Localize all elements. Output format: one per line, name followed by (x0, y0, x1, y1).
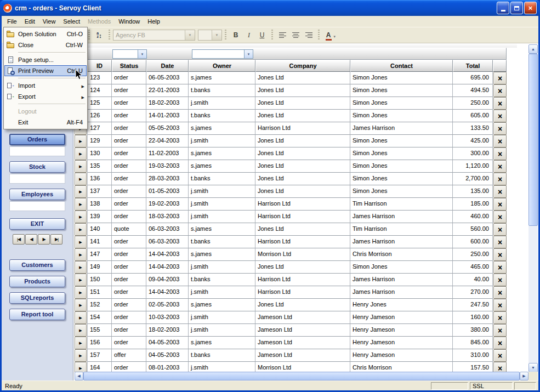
row-select-button[interactable] (75, 147, 87, 160)
font-size-select[interactable] (198, 30, 222, 41)
column-header-date[interactable]: Date (146, 60, 189, 72)
font-size-dropdown-arrow-icon[interactable] (212, 30, 221, 40)
align-center-button[interactable] (289, 29, 302, 41)
row-delete-button[interactable] (493, 286, 507, 299)
menubar-item-select[interactable]: Select (59, 16, 84, 26)
sort-button[interactable] (93, 29, 106, 41)
row-delete-button[interactable] (493, 337, 507, 349)
align-left-button[interactable] (276, 29, 289, 41)
scroll-down-button[interactable] (528, 363, 538, 372)
row-delete-button[interactable] (493, 274, 507, 286)
file-menu-item-export[interactable]: Export (4, 91, 87, 102)
row-select-button[interactable] (75, 185, 87, 198)
font-family-dropdown-arrow-icon[interactable] (185, 30, 195, 40)
underline-button[interactable]: U (255, 29, 269, 41)
row-select-button[interactable] (75, 337, 87, 349)
first-record-button[interactable] (13, 234, 25, 245)
row-delete-button[interactable] (493, 324, 507, 337)
owner-filter-select[interactable] (192, 49, 253, 59)
horizontal-scrollbar[interactable] (75, 372, 528, 380)
file-menu-item-import[interactable]: Import (4, 80, 87, 91)
close-button[interactable] (524, 2, 537, 14)
row-select-button[interactable] (75, 135, 87, 147)
bold-button[interactable]: B (229, 29, 242, 41)
column-header-owner[interactable]: Owner (189, 60, 255, 72)
row-delete-button[interactable] (493, 349, 507, 362)
menubar-item-help[interactable]: Help (144, 16, 164, 26)
file-menu-item-open-solution[interactable]: Open SolutionCtrl-O (4, 29, 87, 39)
row-select-button[interactable] (75, 160, 87, 173)
row-delete-button[interactable] (493, 261, 507, 274)
file-menu-item-print-preview[interactable]: Print PreviewCtrl-U (4, 65, 87, 76)
row-select-button[interactable] (75, 173, 87, 185)
column-header-id[interactable]: ID (87, 60, 112, 72)
row-select-button[interactable] (75, 324, 87, 337)
vertical-scroll-thumb[interactable] (528, 54, 538, 226)
file-menu-item-logout[interactable]: Logout (4, 106, 87, 117)
sidebar-field-stock[interactable] (9, 174, 65, 184)
font-family-select[interactable]: Agency FB (113, 30, 195, 41)
row-select-button[interactable] (75, 311, 87, 324)
row-delete-button[interactable] (493, 122, 507, 135)
vertical-scrollbar[interactable] (528, 44, 538, 372)
row-delete-button[interactable] (493, 135, 507, 147)
file-menu-item-page-setup[interactable]: Page setup... (4, 54, 87, 65)
row-select-button[interactable] (75, 211, 87, 223)
sidebar-button-products[interactable]: Products (9, 276, 65, 287)
row-delete-button[interactable] (493, 147, 507, 160)
scroll-right-button[interactable] (520, 372, 528, 380)
row-delete-button[interactable] (493, 97, 507, 110)
row-delete-button[interactable] (493, 236, 507, 248)
align-right-button[interactable] (302, 29, 315, 41)
row-delete-button[interactable] (493, 72, 507, 84)
sidebar-button-report-tool[interactable]: Report tool (9, 309, 65, 320)
sidebar-button-customers[interactable]: Customers (9, 259, 65, 271)
row-select-button[interactable] (75, 198, 87, 211)
scroll-up-button[interactable] (528, 44, 538, 54)
row-select-button[interactable] (75, 223, 87, 236)
status-filter-dropdown-arrow-icon[interactable] (138, 50, 146, 58)
menubar-item-methods[interactable]: Methods (84, 16, 115, 26)
italic-button[interactable]: I (242, 29, 255, 41)
scroll-left-button[interactable] (75, 372, 83, 380)
row-select-button[interactable] (75, 299, 87, 311)
row-delete-button[interactable] (493, 198, 507, 211)
menubar-item-file[interactable]: File (3, 16, 21, 26)
owner-filter-dropdown-arrow-icon[interactable] (244, 50, 253, 58)
row-delete-button[interactable] (493, 248, 507, 261)
menubar-item-window[interactable]: Window (115, 16, 144, 26)
last-record-button[interactable] (50, 234, 62, 245)
row-select-button[interactable] (75, 362, 87, 372)
vertical-scroll-track[interactable] (528, 54, 538, 363)
previous-record-button[interactable] (25, 234, 37, 245)
row-delete-button[interactable] (493, 160, 507, 173)
next-record-button[interactable] (38, 234, 50, 245)
sidebar-field-orders[interactable] (9, 146, 65, 156)
row-delete-button[interactable] (493, 311, 507, 324)
sidebar-button-employees[interactable]: Employees (9, 189, 65, 200)
row-select-button[interactable] (75, 274, 87, 286)
file-menu-item-close[interactable]: CloseCtrl-W (4, 39, 87, 50)
row-select-button[interactable] (75, 349, 87, 362)
sidebar-button-exit[interactable]: EXIT (9, 218, 65, 230)
row-delete-button[interactable] (493, 223, 507, 236)
file-menu-item-exit[interactable]: ExitAlt-F4 (4, 117, 87, 128)
horizontal-scroll-thumb[interactable] (83, 372, 520, 380)
row-select-button[interactable] (75, 236, 87, 248)
row-delete-button[interactable] (493, 84, 507, 97)
status-filter-select[interactable] (112, 49, 147, 59)
row-delete-button[interactable] (493, 173, 507, 185)
sidebar-button-sqlreports[interactable]: SQLreports (9, 292, 65, 304)
row-delete-button[interactable] (493, 185, 507, 198)
column-header-status[interactable]: Status (112, 60, 146, 72)
row-delete-button[interactable] (493, 211, 507, 223)
column-header-company[interactable]: Company (255, 60, 350, 72)
horizontal-scroll-track[interactable] (83, 372, 520, 380)
sidebar-button-orders[interactable]: Orders (9, 134, 65, 145)
row-delete-button[interactable] (493, 110, 507, 122)
row-delete-button[interactable] (493, 299, 507, 311)
row-select-button[interactable] (75, 261, 87, 274)
sidebar-field-employees[interactable] (9, 201, 65, 211)
column-header-total[interactable]: Total (453, 60, 493, 72)
font-color-button[interactable] (322, 29, 340, 41)
